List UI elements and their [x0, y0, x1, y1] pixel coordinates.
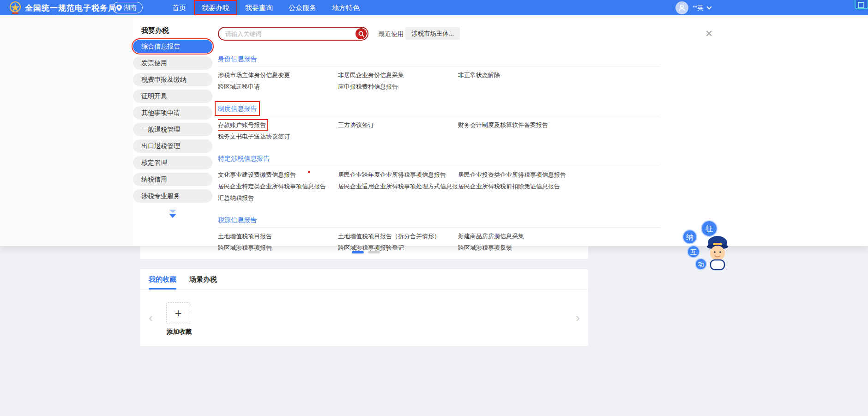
menu-item[interactable]: 居民企业跨年度企业所得税事项信息报告 [338, 171, 446, 178]
menu-item[interactable]: 文化事业建设费缴费信息报告 [218, 171, 296, 178]
app-header: 全国统一规范电子税务局 湖南 首页我要办税我要查询公众服务地方特色 **英 [0, 0, 868, 15]
menu-cell: 汇总纳税报告 [218, 192, 338, 204]
menu-cell: 非居民企业身份信息采集 [338, 69, 458, 81]
sidebar-item[interactable]: 核定管理 [133, 156, 212, 169]
location-selector[interactable]: 湖南 [112, 2, 143, 13]
tab-场景办税[interactable]: 场景办税 [189, 275, 217, 289]
tax-bureau-emblem-icon [8, 1, 22, 15]
menu-item[interactable]: 应申报税费种信息报告 [338, 83, 398, 90]
menu-sections: 身份信息报告涉税市场主体身份信息变更非居民企业身份信息采集非正常状态解除跨区域迁… [218, 54, 660, 265]
section-title[interactable]: 身份信息报告 [218, 54, 257, 63]
sidebar-item[interactable]: 出口退税管理 [133, 139, 212, 153]
menu-item[interactable]: 跨区域涉税事项报验登记 [338, 244, 404, 251]
sidebar-item[interactable]: 综合信息报告 [133, 40, 212, 53]
menu-cell: 文化事业建设费缴费信息报告 [218, 169, 338, 181]
sidebar-item[interactable]: 证明开具 [133, 90, 212, 103]
menu-item[interactable]: 居民企业特定类企业所得税事项信息报告 [218, 183, 326, 190]
close-icon[interactable]: × [705, 27, 712, 39]
menu-cell: 居民企业适用企业所得税事项处理方式信息报... [338, 181, 458, 192]
menu-section: 税源信息报告土地增值税项目报告土地增值税项目报告（拆分合并情形）新建商品房房源信… [218, 216, 660, 253]
menu-cell: 涉税市场主体身份信息变更 [218, 69, 338, 81]
nav-item-我要查询[interactable]: 我要查询 [237, 0, 281, 15]
menu-item[interactable]: 跨区域迁移申请 [218, 83, 260, 90]
search-button[interactable] [356, 28, 367, 39]
corner-widget-icon[interactable] [855, 0, 868, 9]
menu-cell: 财务会计制度及核算软件备案报告 [458, 119, 660, 131]
menu-item[interactable]: 新建商品房房源信息采集 [458, 233, 524, 240]
sidebar-item[interactable]: 发票使用 [133, 56, 212, 70]
menu-item[interactable]: 涉税市场主体身份信息变更 [218, 72, 290, 78]
user-name[interactable]: **英 [693, 4, 703, 12]
menu-item[interactable]: 非正常状态解除 [458, 72, 500, 78]
menu-cell: 三方协议签订 [338, 119, 458, 131]
sidebar-item[interactable]: 纳税信用 [133, 173, 212, 186]
menu-cell [458, 131, 660, 142]
sidebar-expand-button[interactable] [133, 210, 212, 218]
menu-item[interactable]: 非居民企业身份信息采集 [338, 72, 404, 78]
nav-item-公众服务[interactable]: 公众服务 [281, 0, 324, 15]
user-avatar[interactable] [675, 1, 688, 14]
section-title[interactable]: 税源信息报告 [218, 216, 257, 224]
menu-item[interactable]: 跨区域涉税事项反馈 [458, 244, 512, 251]
nav-item-地方特色[interactable]: 地方特色 [324, 0, 368, 15]
section-grid: 涉税市场主体身份信息变更非居民企业身份信息采集非正常状态解除跨区域迁移申请应申报… [218, 69, 660, 92]
menu-item[interactable]: 跨区域涉税事项报告 [218, 244, 272, 251]
menu-item[interactable]: 居民企业适用企业所得税事项处理方式信息报... [338, 183, 458, 190]
red-dot-icon [308, 171, 310, 173]
menu-item[interactable]: 土地增值税项目报告 [218, 233, 272, 240]
menu-cell [338, 131, 458, 142]
menu-item[interactable]: 三方协议签订 [338, 121, 374, 128]
menu-cell: 税务文书电子送达协议签订 [218, 131, 338, 142]
menu-section: 制度信息报告存款账户账号报告三方协议签订财务会计制度及核算软件备案报告税务文书电… [218, 104, 660, 142]
nav-item-首页[interactable]: 首页 [164, 0, 194, 15]
divider [218, 66, 660, 66]
mega-menu-sidebar: 我要办税 综合信息报告发票使用税费申报及缴纳证明开具其他事项申请一般退税管理出口… [133, 15, 212, 246]
tab-我的收藏[interactable]: 我的收藏 [149, 275, 176, 289]
section-grid: 文化事业建设费缴费信息报告居民企业跨年度企业所得税事项信息报告居民企业投资类企业… [218, 169, 660, 204]
chevron-down-icon[interactable] [706, 4, 711, 9]
nav-item-我要办税[interactable]: 我要办税 [194, 0, 237, 15]
carousel-next-icon[interactable]: › [576, 312, 580, 324]
main-nav: 首页我要办税我要查询公众服务地方特色 [164, 0, 368, 15]
sidebar-item[interactable]: 一般退税管理 [133, 123, 212, 136]
menu-item[interactable]: 居民企业投资类企业所得税事项信息报告 [458, 171, 566, 178]
menu-cell: 跨区域涉税事项报验登记 [338, 242, 458, 253]
mega-menu-content: 最近使用： 涉税市场主体... 身份信息报告涉税市场主体身份信息变更非居民企业身… [218, 15, 660, 246]
menu-item[interactable]: 财务会计制度及核算软件备案报告 [458, 121, 548, 128]
page-title: 全国统一规范电子税务局 [25, 3, 116, 13]
menu-section: 特定涉税信息报告文化事业建设费缴费信息报告居民企业跨年度企业所得税事项信息报告居… [218, 154, 660, 204]
svg-text:纳: 纳 [686, 233, 693, 241]
expand-arrow-icon [169, 214, 176, 218]
svg-text:动: 动 [698, 261, 704, 268]
interaction-mascot[interactable]: 征 纳 互 动 [681, 219, 729, 271]
menu-item[interactable]: 存款账户账号报告 [218, 121, 266, 128]
menu-item[interactable]: 汇总纳税报告 [218, 194, 254, 201]
section-grid: 土地增值税项目报告土地增值税项目报告（拆分合并情形）新建商品房房源信息采集跨区域… [218, 230, 660, 253]
section-title[interactable]: 制度信息报告 [218, 104, 257, 113]
menu-item[interactable]: 居民企业所得税税前扣除凭证信息报告 [458, 183, 560, 190]
menu-cell: 跨区域涉税事项报告 [218, 242, 338, 253]
carousel-prev-icon[interactable]: ‹ [149, 312, 153, 324]
menu-cell: 跨区域迁移申请 [218, 81, 338, 92]
menu-cell: 新建商品房房源信息采集 [458, 230, 660, 242]
add-favorite-button[interactable]: + [166, 302, 190, 324]
recent-used-item[interactable]: 涉税市场主体... [405, 27, 460, 40]
menu-cell [338, 192, 458, 204]
sidebar-item[interactable]: 涉税专业服务 [133, 189, 212, 203]
menu-cell: 土地增值税项目报告 [218, 230, 338, 242]
menu-item[interactable]: 土地增值税项目报告（拆分合并情形） [338, 233, 440, 240]
menu-cell: 居民企业所得税税前扣除凭证信息报告 [458, 181, 660, 192]
tax-mega-menu: 我要办税 综合信息报告发票使用税费申报及缴纳证明开具其他事项申请一般退税管理出口… [0, 15, 868, 246]
section-title[interactable]: 特定涉税信息报告 [218, 154, 270, 163]
search-input[interactable] [225, 28, 350, 39]
section-grid: 存款账户账号报告三方协议签订财务会计制度及核算软件备案报告税务文书电子送达协议签… [218, 119, 660, 142]
svg-text:征: 征 [705, 225, 713, 233]
add-favorite-label: 添加收藏 [167, 328, 192, 336]
sidebar-item[interactable]: 其他事项申请 [133, 106, 212, 120]
menu-cell: 跨区域涉税事项反馈 [458, 242, 660, 253]
menu-cell [458, 192, 660, 204]
sidebar-item[interactable]: 税费申报及缴纳 [133, 73, 212, 86]
menu-item[interactable]: 税务文书电子送达协议签订 [218, 133, 290, 140]
menu-cell: 居民企业跨年度企业所得税事项信息报告 [338, 169, 458, 181]
person-icon [678, 4, 686, 12]
